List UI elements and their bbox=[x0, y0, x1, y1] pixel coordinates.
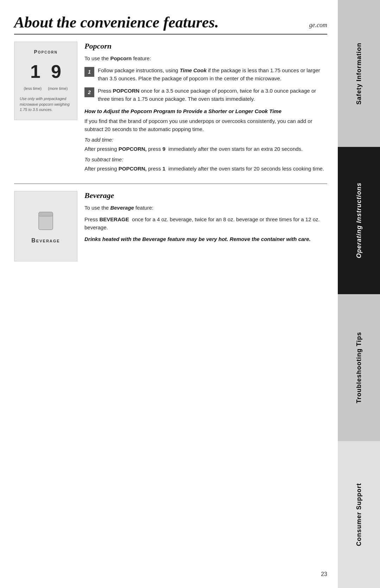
beverage-bold-press: BEVERAGE bbox=[100, 216, 129, 222]
add-time-text: After pressing POPCORN, press 9 immediat… bbox=[84, 145, 327, 153]
beverage-image-label: Beverage bbox=[31, 237, 60, 244]
popcorn-bold-step2: POPCORN bbox=[113, 88, 140, 94]
beverage-content: Beverage To use the Beverage feature: Pr… bbox=[84, 191, 327, 261]
beverage-bold-feature: Beverage bbox=[110, 205, 134, 211]
beverage-intro: To use the Beverage feature: bbox=[84, 204, 327, 212]
more-time-label: (more time) bbox=[48, 86, 68, 91]
time-labels: (less time) (more time) bbox=[24, 86, 68, 91]
popcorn-heading: Popcorn bbox=[84, 42, 327, 51]
beverage-press-text: Press BEVERAGE once for a 4 oz. beverage… bbox=[84, 215, 327, 232]
svg-rect-1 bbox=[39, 212, 53, 216]
less-time-label: (less time) bbox=[24, 86, 42, 91]
right-sidebar: Safety Information Operating Instruction… bbox=[338, 0, 380, 588]
sidebar-safety-label: Safety Information bbox=[355, 43, 363, 105]
page-number: 23 bbox=[321, 571, 327, 577]
popcorn-content: Popcorn To use the Popcorn feature: 1 Fo… bbox=[84, 42, 327, 176]
sidebar-operating-label: Operating Instructions bbox=[355, 182, 363, 258]
page-container: About the convenience features. ge.com P… bbox=[0, 0, 380, 588]
beverage-image-box: Beverage bbox=[14, 191, 77, 261]
to-subtract-label: To subtract time: bbox=[84, 156, 327, 162]
section-divider bbox=[14, 184, 327, 184]
popcorn-bold-sub: POPCORN, bbox=[119, 166, 147, 172]
ge-logo: ge.com bbox=[309, 21, 327, 29]
nine-bold: 9 bbox=[163, 146, 165, 152]
sidebar-troubleshooting-label: Troubleshooting Tips bbox=[355, 332, 363, 403]
step-1-text: Follow package instructions, using Time … bbox=[98, 66, 327, 83]
sidebar-operating: Operating Instructions bbox=[338, 147, 380, 294]
popcorn-section-row: Popcorn 1 9 (less time) (more time) Use … bbox=[14, 42, 327, 176]
sidebar-troubleshooting: Troubleshooting Tips bbox=[338, 294, 380, 441]
beverage-cup-icon bbox=[35, 209, 56, 233]
popcorn-intro: To use the Popcorn feature: bbox=[84, 54, 327, 62]
popcorn-caption: Use only with prepackaged microwave popc… bbox=[20, 96, 72, 112]
adjust-heading: How to Adjust the Popcorn Program to Pro… bbox=[84, 108, 327, 114]
popcorn-number-9: 9 bbox=[51, 61, 61, 82]
sidebar-consumer-label: Consumer Support bbox=[355, 483, 363, 546]
page-header: About the convenience features. ge.com bbox=[14, 14, 327, 35]
subtract-time-text: After pressing POPCORN, press 1 immediat… bbox=[84, 165, 327, 173]
main-content: About the convenience features. ge.com P… bbox=[0, 0, 338, 588]
step-2-number: 2 bbox=[84, 87, 94, 97]
beverage-section-row: Beverage Beverage To use the Beverage fe… bbox=[14, 191, 327, 261]
sidebar-safety: Safety Information bbox=[338, 0, 380, 147]
one-bold: 1 bbox=[163, 166, 165, 172]
to-add-label: To add time: bbox=[84, 137, 327, 143]
beverage-warning: Drinks heated with the Beverage feature … bbox=[84, 235, 327, 243]
time-cook-bold: Time Cook bbox=[180, 67, 207, 73]
adjust-text: If you find that the brand of popcorn yo… bbox=[84, 117, 327, 134]
step-1-number: 1 bbox=[84, 67, 94, 77]
popcorn-image: Popcorn 1 9 (less time) (more time) Use … bbox=[14, 42, 77, 120]
page-title: About the convenience features. bbox=[14, 14, 219, 31]
popcorn-image-box: Popcorn 1 9 (less time) (more time) Use … bbox=[14, 42, 77, 176]
popcorn-numbers: 1 9 bbox=[30, 61, 61, 82]
popcorn-image-label: Popcorn bbox=[34, 49, 57, 55]
step-1-container: 1 Follow package instructions, using Tim… bbox=[84, 66, 327, 83]
sidebar-consumer: Consumer Support bbox=[338, 441, 380, 588]
popcorn-number-1: 1 bbox=[30, 61, 40, 82]
popcorn-bold-feature: Popcorn bbox=[110, 55, 132, 61]
popcorn-bold-add: POPCORN, bbox=[119, 146, 147, 152]
beverage-heading: Beverage bbox=[84, 191, 327, 200]
step-2-text: Press POPCORN once for a 3.5 ounce packa… bbox=[98, 87, 327, 103]
step-2-container: 2 Press POPCORN once for a 3.5 ounce pac… bbox=[84, 87, 327, 103]
